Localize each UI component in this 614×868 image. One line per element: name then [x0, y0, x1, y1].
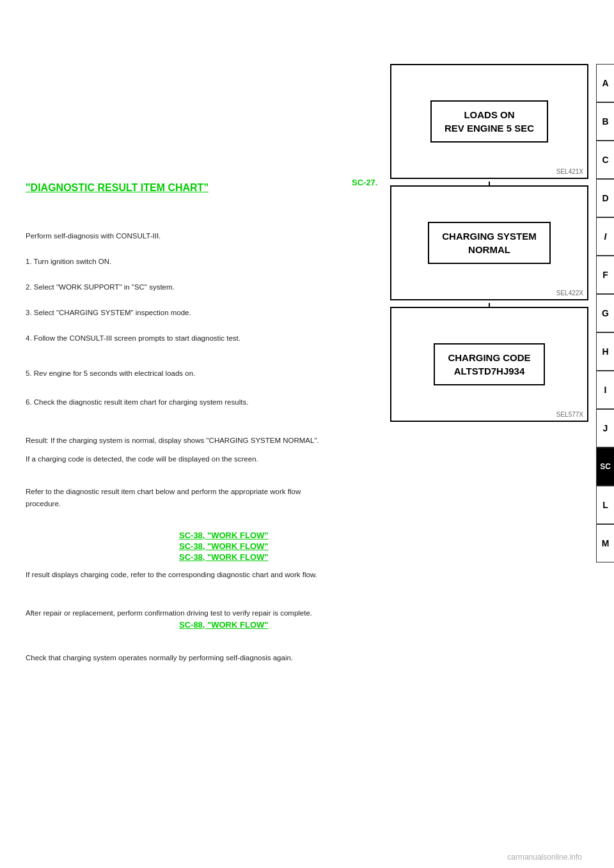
body-text-2: 1. Turn ignition switch ON.: [26, 256, 326, 268]
diagram-box-3: CHARGING CODEALTSTD7HJ934 SEL577X: [390, 307, 588, 422]
body-text-11: After repair or replacement, perform con…: [26, 607, 377, 619]
tab-f[interactable]: F: [596, 256, 614, 294]
tab-sc[interactable]: SC: [596, 447, 614, 486]
diagram-box-1-figure: SEL421X: [556, 168, 583, 175]
tab-m[interactable]: M: [596, 524, 614, 562]
workflow-link-3[interactable]: SC-38, "WORK FLOW": [179, 552, 268, 562]
tab-b[interactable]: B: [596, 102, 614, 141]
diagram-box-2-text: CHARGING SYSTEMNORMAL: [428, 222, 551, 264]
tab-c[interactable]: C: [596, 141, 614, 179]
body-text-10: If result displays charging code, refer …: [26, 569, 377, 581]
diagram-box-2: CHARGING SYSTEMNORMAL SEL422X: [390, 185, 588, 300]
body-text-3: 2. Select "WORK SUPPORT" in "SC" system.: [26, 281, 326, 293]
sc27-label: SC-27.: [352, 178, 377, 187]
diagram-area: SC-27. LOADS ONREV ENGINE 5 SEC SEL421X …: [390, 64, 588, 424]
tab-j[interactable]: J: [596, 409, 614, 447]
watermark: carmanualsonline.info: [507, 853, 582, 862]
tab-e[interactable]: I: [596, 217, 614, 256]
body-text-4: 3. Select "CHARGING SYSTEM" inspection m…: [26, 307, 326, 319]
diagram-box-3-text: CHARGING CODEALTSTD7HJ934: [434, 343, 544, 385]
tab-i[interactable]: I: [596, 371, 614, 409]
body-text-1: Perform self-diagnosis with CONSULT-III.: [26, 230, 326, 242]
diagram-box-1: LOADS ONREV ENGINE 5 SEC SEL421X: [390, 64, 588, 179]
diagnostic-title: "DIAGNOSTIC RESULT ITEM CHART": [26, 182, 209, 194]
body-text-12: Check that charging system operates norm…: [26, 652, 377, 664]
diagram-box-2-figure: SEL422X: [556, 290, 583, 297]
tab-h[interactable]: H: [596, 332, 614, 371]
body-text-7: 6. Check the diagnostic result item char…: [26, 396, 326, 408]
body-text-5: 4. Follow the CONSULT-III screen prompts…: [26, 332, 326, 345]
body-text-6: 5. Rev engine for 5 seconds with electri…: [26, 368, 326, 380]
diagram-box-1-text: LOADS ONREV ENGINE 5 SEC: [430, 100, 548, 143]
diagnostic-title-container: "DIAGNOSTIC RESULT ITEM CHART": [26, 182, 209, 206]
workflow-links-group: SC-38, "WORK FLOW" SC-38, "WORK FLOW" SC…: [179, 531, 268, 562]
diagram-box-3-figure: SEL577X: [556, 411, 583, 418]
tab-labels: A B C D I F G H I J SC L M: [596, 64, 614, 562]
workflow-link-2[interactable]: SC-38, "WORK FLOW": [179, 541, 268, 551]
tab-a[interactable]: A: [596, 64, 614, 102]
tab-l[interactable]: L: [596, 486, 614, 524]
tab-g[interactable]: G: [596, 294, 614, 332]
body-text-8: Result: If the charging system is normal…: [26, 435, 326, 465]
workflow-link-4[interactable]: SC-88, "WORK FLOW": [179, 620, 268, 630]
body-text-9: Refer to the diagnostic result item char…: [26, 486, 326, 510]
tab-d[interactable]: D: [596, 179, 614, 217]
workflow-link-1[interactable]: SC-38, "WORK FLOW": [179, 531, 268, 540]
